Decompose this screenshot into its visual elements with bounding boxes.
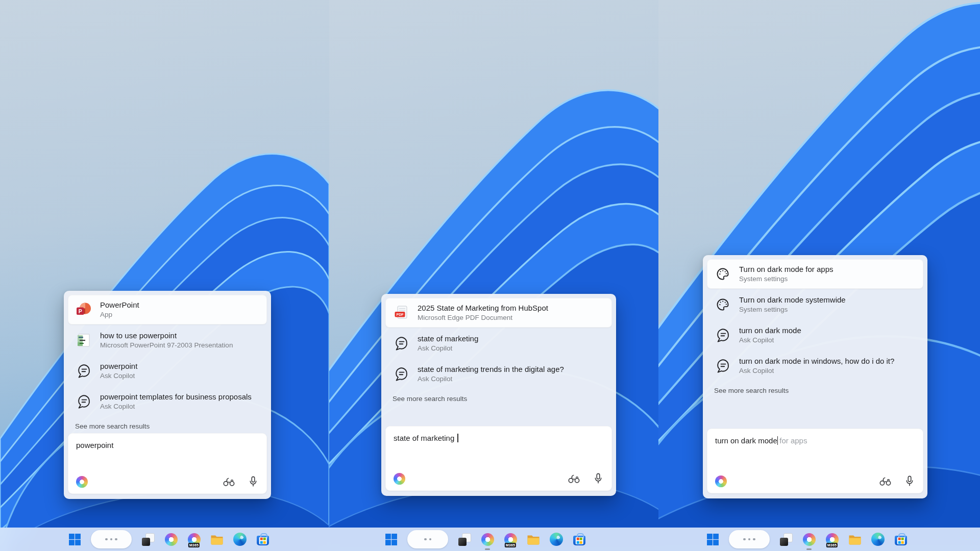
search-box[interactable]: turn on dark modefor apps — [707, 429, 923, 493]
copilot-taskbar-icon[interactable] — [802, 533, 816, 546]
visual-search-icon[interactable] — [878, 475, 892, 487]
result-subtitle: Ask Copilot — [100, 402, 252, 411]
search-result-row[interactable]: turn on dark mode Ask Copilot — [707, 320, 923, 350]
loading-dot — [110, 538, 113, 541]
result-title: Turn on dark mode for apps — [739, 264, 834, 274]
powerpoint-app-icon: P — [75, 301, 92, 318]
search-result-row[interactable]: powerpoint Ask Copilot — [68, 356, 267, 386]
file-explorer-icon[interactable] — [527, 533, 540, 546]
search-flyout: Turn on dark mode for apps System settin… — [703, 255, 927, 498]
result-subtitle: Ask Copilot — [739, 336, 801, 345]
microsoft-store-icon[interactable] — [256, 533, 270, 546]
copilot-taskbar-icon[interactable] — [481, 533, 494, 546]
loading-dot — [115, 538, 117, 541]
copilot-chat-icon — [393, 365, 410, 383]
svg-text:P: P — [79, 308, 82, 314]
ppt-legacy-file-icon — [75, 332, 92, 349]
edge-browser-icon[interactable] — [233, 533, 247, 546]
result-title: powerpoint templates for business propos… — [100, 392, 252, 402]
search-result-row[interactable]: Turn on dark mode systemwide System sett… — [707, 290, 923, 319]
search-result-row[interactable]: PDF 2025 State of Marketing from HubSpot… — [385, 298, 612, 328]
text-cursor — [457, 434, 458, 442]
m365-badge: M365 — [826, 543, 838, 547]
copilot-chat-icon — [75, 393, 92, 410]
search-result-row[interactable]: state of marketing trends in the digital… — [385, 359, 612, 389]
taskbar-search-pill[interactable] — [91, 530, 132, 548]
result-subtitle: System settings — [739, 274, 834, 284]
search-result-row[interactable]: how to use powerpoint Microsoft PowerPoi… — [68, 325, 267, 355]
search-result-row[interactable]: powerpoint templates for business propos… — [68, 387, 267, 416]
loading-dot — [743, 538, 746, 541]
copilot-taskbar-icon[interactable] — [164, 533, 178, 546]
copilot-logo-icon[interactable] — [76, 476, 88, 488]
result-title: Turn on dark mode systemwide — [739, 295, 846, 305]
copilot-logo-icon[interactable] — [715, 475, 727, 487]
result-subtitle: Ask Copilot — [100, 371, 137, 381]
task-view-button[interactable] — [779, 533, 793, 546]
microphone-icon[interactable] — [593, 472, 604, 485]
result-title: powerpoint — [100, 361, 137, 371]
palette-icon — [714, 265, 731, 283]
result-subtitle: App — [100, 310, 139, 319]
svg-text:PDF: PDF — [397, 313, 404, 316]
see-more-link[interactable]: See more search results — [707, 382, 923, 397]
loading-dot — [753, 538, 755, 541]
palette-icon — [714, 296, 731, 313]
m365-copilot-taskbar-icon[interactable]: M365 — [825, 533, 839, 546]
text-cursor — [777, 436, 778, 445]
search-result-row[interactable]: turn on dark mode in windows, how do i d… — [707, 351, 923, 381]
microphone-icon[interactable] — [248, 475, 259, 488]
search-result-row[interactable]: P PowerPoint App — [68, 295, 267, 324]
taskbar-icons: M365 — [384, 528, 586, 551]
loading-dot — [429, 538, 432, 541]
start-button[interactable] — [706, 533, 719, 546]
edge-browser-icon[interactable] — [550, 533, 563, 546]
see-more-link[interactable]: See more search results — [385, 390, 612, 406]
result-title: state of marketing — [418, 334, 478, 344]
search-result-row[interactable]: Turn on dark mode for apps System settin… — [707, 259, 923, 289]
result-title: turn on dark mode in windows, how do i d… — [739, 356, 894, 366]
microsoft-store-icon[interactable] — [894, 533, 908, 546]
taskbar-icons: M365 — [706, 528, 908, 551]
start-button[interactable] — [68, 533, 81, 546]
task-view-button[interactable] — [458, 533, 471, 546]
visual-search-icon[interactable] — [567, 472, 580, 485]
file-explorer-icon[interactable] — [210, 533, 224, 546]
running-indicator — [806, 548, 812, 550]
m365-copilot-taskbar-icon[interactable]: M365 — [187, 533, 201, 546]
loading-dot — [748, 538, 751, 541]
start-button[interactable] — [384, 533, 398, 546]
search-query-text: turn on dark mode — [715, 436, 777, 445]
taskbar-search-pill[interactable] — [729, 530, 770, 548]
search-result-row[interactable]: state of marketing Ask Copilot — [385, 329, 612, 358]
result-title: turn on dark mode — [739, 325, 801, 336]
running-indicator — [485, 548, 490, 550]
copilot-logo-icon[interactable] — [394, 473, 405, 485]
microsoft-store-icon[interactable] — [573, 533, 586, 546]
result-title: how to use powerpoint — [100, 331, 233, 341]
m365-copilot-taskbar-icon[interactable]: M365 — [504, 533, 517, 546]
taskbar-search-pill[interactable] — [407, 530, 448, 548]
m365-badge: M365 — [188, 543, 200, 547]
taskbar-icons: M365 — [68, 528, 270, 551]
search-box[interactable]: state of marketing — [385, 426, 612, 491]
visual-search-icon[interactable] — [222, 475, 235, 488]
edge-browser-icon[interactable] — [871, 533, 885, 546]
result-subtitle: System settings — [739, 305, 846, 314]
result-subtitle: Ask Copilot — [418, 374, 564, 384]
task-view-button[interactable] — [141, 533, 155, 546]
loading-dot — [424, 538, 427, 541]
see-more-link[interactable]: See more search results — [68, 417, 267, 433]
microphone-icon[interactable] — [904, 475, 915, 487]
search-ghost-text: for apps — [779, 436, 807, 445]
search-box[interactable]: powerpoint — [68, 433, 267, 494]
result-subtitle: Ask Copilot — [418, 344, 478, 353]
file-explorer-icon[interactable] — [848, 533, 862, 546]
taskbar: M365 M36 — [0, 528, 980, 551]
result-title: 2025 State of Marketing from HubSpot — [418, 303, 548, 313]
search-query-text: powerpoint — [76, 441, 113, 449]
search-flyout: PDF 2025 State of Marketing from HubSpot… — [381, 294, 616, 496]
search-query-text: state of marketing — [394, 434, 454, 442]
m365-badge: M365 — [505, 543, 516, 547]
copilot-chat-icon — [75, 362, 92, 380]
